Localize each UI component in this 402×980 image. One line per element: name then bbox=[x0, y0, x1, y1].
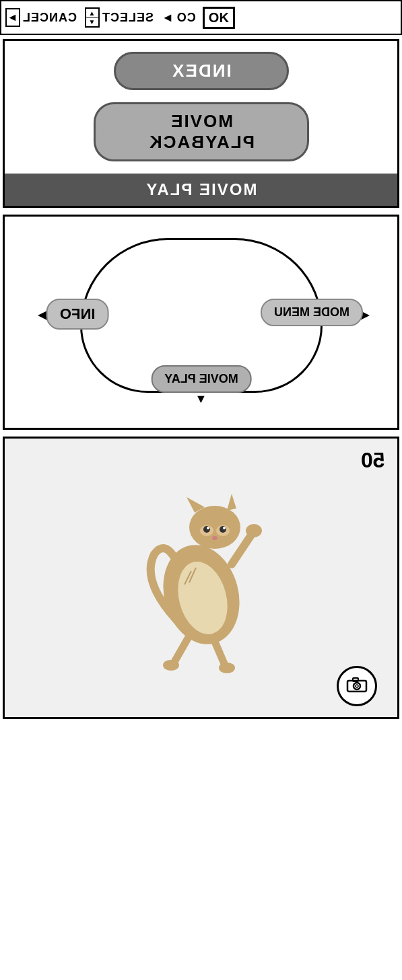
select-label: SELECT bbox=[102, 11, 154, 25]
movie-play-footer: MOVIE PLAY bbox=[5, 174, 397, 206]
menu-panel: INDEX MOVIE PLAYBACK MOVIE PLAY bbox=[3, 39, 399, 208]
down-arrow-icon: ▼ bbox=[195, 392, 207, 406]
ok-button[interactable]: OK bbox=[203, 7, 235, 29]
cancel-arrow: ◄ bbox=[5, 8, 20, 27]
svg-line-13 bbox=[174, 638, 188, 662]
spinner-up[interactable]: ▲ bbox=[86, 9, 98, 17]
navigation-diagram-panel: ◄ ► ▼ INFO MODE MENU MOVIE PLAY bbox=[3, 215, 399, 430]
select-spinner[interactable]: ▲ ▼ bbox=[85, 7, 100, 28]
svg-point-12 bbox=[246, 524, 262, 537]
svg-point-14 bbox=[163, 660, 179, 671]
co-button[interactable]: CO ◄ bbox=[162, 11, 196, 25]
svg-point-16 bbox=[219, 663, 235, 673]
svg-point-23 bbox=[356, 685, 358, 687]
spinner-down[interactable]: ▼ bbox=[86, 17, 98, 26]
ok-label: OK bbox=[209, 10, 229, 26]
top-bar: CANCEL ◄ SELECT ▲ ▼ CO ◄ OK bbox=[0, 0, 402, 35]
cat-image-area bbox=[5, 440, 397, 716]
movie-playback-button[interactable]: MOVIE PLAYBACK bbox=[94, 102, 309, 161]
camera-icon-button[interactable] bbox=[337, 666, 377, 706]
index-button[interactable]: INDEX bbox=[114, 52, 289, 90]
svg-point-7 bbox=[220, 526, 226, 533]
nav-diagram: ◄ ► ▼ INFO MODE MENU MOVIE PLAY bbox=[26, 231, 376, 413]
svg-point-1 bbox=[189, 506, 240, 549]
camera-svg-icon bbox=[346, 675, 368, 693]
co-arrow: ◄ bbox=[162, 11, 174, 25]
co-label: CO bbox=[176, 11, 196, 25]
camera-icon bbox=[346, 675, 368, 698]
photo-panel: 50 bbox=[3, 437, 399, 719]
svg-point-9 bbox=[223, 527, 226, 529]
mode-menu-nav-button[interactable]: MODE MENU bbox=[261, 299, 363, 326]
cancel-label: CANCEL bbox=[22, 11, 77, 25]
svg-point-21 bbox=[354, 683, 360, 689]
cancel-button[interactable]: CANCEL ◄ bbox=[5, 8, 77, 27]
photo-number: 50 bbox=[361, 448, 385, 473]
movie-play-nav-button[interactable]: MOVIE PLAY bbox=[151, 365, 251, 393]
select-button[interactable]: SELECT ▲ ▼ bbox=[85, 7, 154, 28]
svg-line-15 bbox=[215, 642, 225, 665]
svg-point-6 bbox=[203, 526, 210, 533]
svg-rect-22 bbox=[353, 678, 358, 681]
menu-buttons-area: INDEX MOVIE PLAYBACK bbox=[5, 41, 397, 161]
svg-marker-3 bbox=[227, 494, 236, 511]
svg-point-8 bbox=[207, 527, 209, 529]
cat-svg bbox=[127, 460, 275, 675]
svg-point-10 bbox=[212, 536, 217, 540]
info-nav-button[interactable]: INFO bbox=[46, 299, 109, 330]
